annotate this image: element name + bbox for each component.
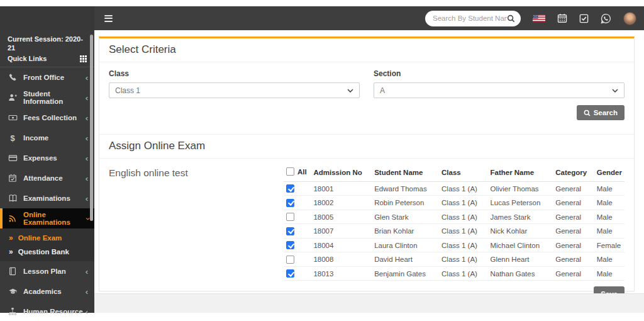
class-cell: Class 1 (A) (439, 252, 487, 266)
row-checkbox[interactable] (286, 269, 294, 278)
sidebar-item-fees-collection[interactable]: Fees Collection ‹ (0, 108, 94, 128)
row-checkbox[interactable] (286, 213, 294, 221)
criteria-form: Class Class 1 Section A (99, 62, 634, 98)
class-cell: Class 1 (A) (439, 182, 487, 196)
rss-icon (8, 214, 18, 223)
app-window: Current Session: 2020-21 Quick Links Fro… (0, 6, 644, 313)
row-checkbox[interactable] (286, 227, 294, 235)
whatsapp-icon[interactable] (601, 13, 611, 24)
checkbox-cell (284, 224, 311, 238)
sidebar-item-label: Examinations (23, 194, 86, 202)
class-cell: Class 1 (A) (439, 210, 487, 223)
class-select[interactable]: Class 1 (109, 82, 360, 98)
gender-cell: Male (594, 266, 625, 280)
row-checkbox[interactable] (286, 199, 294, 207)
topbar (0, 6, 644, 30)
sidebar-item-label: Human Resource (23, 308, 86, 315)
assign-online-exam-title: Assign Online Exam (99, 134, 634, 159)
dollar-icon: $ (8, 133, 18, 143)
category-cell: General (553, 238, 594, 252)
sidebar-subitem-online-exam[interactable]: » Online Exam (0, 231, 94, 245)
checkbox-cell (284, 252, 311, 266)
gender-cell: Male (594, 182, 625, 196)
sidebar-item-examinations[interactable]: Examinations ‹ (0, 188, 94, 208)
assign-section: English online test All (99, 159, 634, 281)
chevron-left-icon: ‹ (86, 268, 88, 276)
admission-no-cell: 18013 (311, 266, 372, 280)
session-block: Current Session: 2020-21 Quick Links (0, 30, 94, 67)
category-cell: General (553, 210, 594, 223)
chevron-left-icon: ‹ (86, 174, 88, 183)
calendar-icon[interactable] (557, 13, 567, 23)
table-row: 18004 Laura Clinton Class 1 (A) Michael … (284, 238, 625, 252)
sidebar-item-front-office[interactable]: Front Office ‹ (0, 67, 94, 87)
father-name-header: Father Name (487, 166, 553, 182)
row-checkbox[interactable] (286, 241, 294, 249)
checkbox-cell (284, 210, 311, 223)
admission-no-cell: 18005 (311, 210, 372, 223)
sidebar: Current Session: 2020-21 Quick Links Fro… (0, 30, 94, 313)
sidebar-item-human-resource[interactable]: Human Resource ‹ (0, 301, 94, 321)
sitemap-icon (8, 307, 18, 316)
sidebar-item-label: Fees Collection (23, 114, 86, 121)
sidebar-item-label: Expenses (23, 154, 86, 162)
father-name-cell: Lucas Peterson (487, 196, 553, 210)
category-header: Category (553, 166, 594, 182)
row-checkbox[interactable] (286, 184, 294, 193)
sidebar-item-online-examinations[interactable]: Online Examinations ‹ (0, 208, 94, 228)
sidebar-scrollbar[interactable] (90, 35, 93, 221)
checkbox-cell (284, 196, 311, 210)
sidebar-item-attendance[interactable]: Attendance ‹ (0, 168, 94, 188)
phone-icon (8, 73, 18, 82)
chevron-left-icon: ‹ (86, 114, 88, 122)
current-session-label: Current Session: 2020-21 (8, 35, 87, 52)
sidebar-item-student-information[interactable]: Student Information ‹ (0, 87, 94, 108)
sidebar-item-label: Attendance (23, 174, 86, 182)
subitem-label: Question Bank (18, 248, 69, 256)
chevron-left-icon: ‹ (86, 134, 88, 142)
banknote-icon (8, 113, 18, 122)
exam-name: English online test (109, 166, 284, 281)
category-cell: General (553, 196, 594, 210)
admission-no-cell: 18001 (311, 182, 372, 196)
student-name-cell: Robin Peterson (372, 196, 439, 210)
hamburger-icon[interactable] (104, 15, 113, 22)
user-icon (8, 93, 18, 102)
class-cell: Class 1 (A) (439, 196, 487, 210)
search-input[interactable] (433, 14, 507, 22)
check-square-icon[interactable] (579, 14, 589, 23)
chevron-left-icon: ‹ (86, 194, 88, 203)
admission-no-cell: 18007 (311, 224, 372, 238)
sidebar-item-income[interactable]: $ Income ‹ (0, 128, 94, 148)
admission-no-cell: 18008 (311, 252, 372, 266)
sidebar-item-academics[interactable]: Academics ‹ (0, 281, 94, 301)
search-button[interactable]: Search (577, 105, 625, 120)
sidebar-item-lesson-plan[interactable]: Lesson Plan ‹ (0, 261, 94, 281)
grid-icon[interactable] (80, 55, 87, 62)
chevron-left-icon: ‹ (86, 74, 88, 82)
student-name-header: Student Name (372, 166, 439, 182)
calendar-check-icon (8, 174, 18, 183)
graduation-cap-icon (8, 287, 18, 296)
sidebar-item-label: Income (23, 134, 86, 142)
admission-no-cell: 18004 (311, 238, 372, 252)
checkbox-cell (284, 238, 311, 252)
select-all-checkbox[interactable] (286, 167, 294, 176)
sidebar-subitem-question-bank[interactable]: » Question Bank (0, 245, 94, 259)
student-name-cell: Glen Stark (372, 210, 439, 223)
search-icon[interactable] (507, 14, 515, 23)
us-flag-icon[interactable] (533, 14, 545, 22)
section-label: Section (374, 69, 625, 78)
admission-no-header: Admission No (311, 166, 372, 182)
table-row: 18001 Edward Thomas Class 1 (A) Olivier … (284, 182, 625, 196)
father-name-cell: Glenn Heart (487, 252, 553, 266)
user-avatar[interactable] (623, 12, 636, 25)
student-search[interactable] (425, 11, 521, 26)
section-select[interactable]: A (374, 82, 625, 98)
sidebar-item-expenses[interactable]: Expenses ‹ (0, 148, 94, 168)
sidebar-item-label: Online Examinations (23, 211, 86, 226)
double-arrow-icon: » (9, 234, 13, 242)
double-arrow-icon: » (9, 247, 13, 256)
student-name-cell: David Heart (372, 252, 439, 266)
row-checkbox[interactable] (286, 256, 294, 264)
